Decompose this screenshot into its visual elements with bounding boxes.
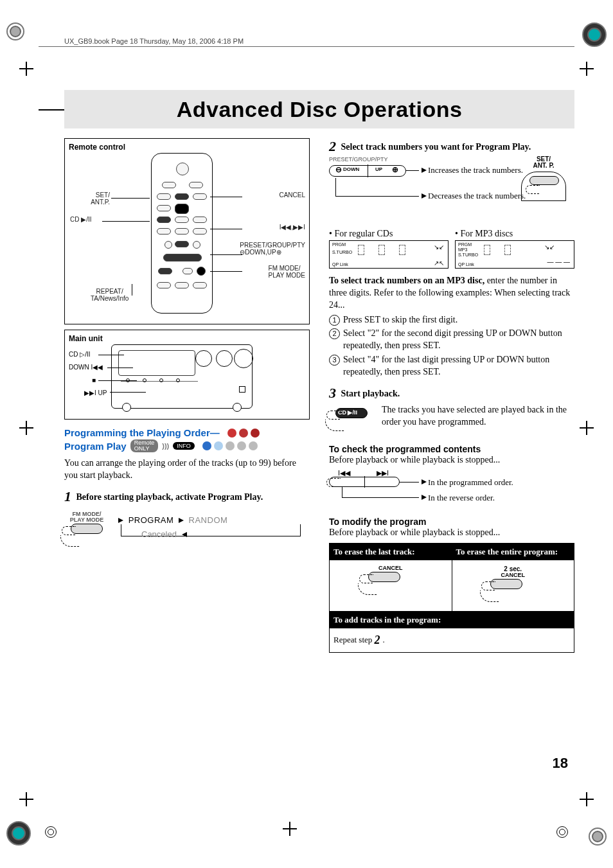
registration-mark bbox=[6, 22, 24, 40]
mp3-step-2: Select "2" for the second digit pressing… bbox=[329, 328, 574, 352]
step-3-text: The tracks you have selected are played … bbox=[382, 404, 574, 429]
step-3: 3 Start playback. CD ▶/II The tracks you… bbox=[329, 385, 574, 435]
dot-icon bbox=[202, 441, 211, 450]
th-erase-last: To erase the last track: bbox=[330, 543, 452, 560]
up-label: UP bbox=[375, 166, 382, 172]
repeat-step-num: 2 bbox=[375, 633, 380, 646]
label-mu-stop: ■ bbox=[92, 376, 96, 384]
source-path: UX_GB9.book Page 18 Thursday, May 18, 20… bbox=[64, 37, 244, 45]
main-unit-diagram: Main unit CD ▷/II bbox=[64, 330, 310, 420]
step-number-2: 2 bbox=[329, 138, 336, 154]
page-title: Advanced Disc Operations bbox=[177, 97, 463, 122]
label-repeat: REPEAT/ TA/News/Info bbox=[91, 288, 129, 302]
minus-icon: ⊖ bbox=[335, 165, 342, 174]
check-heading: To check the programmed contents bbox=[329, 444, 574, 454]
dot-icon bbox=[227, 429, 236, 438]
increase-text: Increases the track numbers. bbox=[428, 165, 523, 175]
step-number-1: 1 bbox=[64, 488, 71, 504]
dot-icon bbox=[251, 429, 260, 438]
arrow-right-icon bbox=[422, 193, 427, 199]
section-title-line2: Program Play bbox=[64, 441, 127, 452]
arrow-right-icon bbox=[118, 518, 123, 523]
down-label: DOWN bbox=[343, 166, 359, 172]
repeat-step-dot: . bbox=[383, 635, 385, 644]
check-intro: Before playback or while playback is sto… bbox=[329, 454, 574, 466]
page-title-band: Advanced Disc Operations bbox=[64, 90, 574, 128]
preset-caption: PRESET/GROUP/PTY bbox=[329, 156, 388, 163]
cell-add-tracks: Repeat step 2. bbox=[330, 628, 574, 653]
label-cancel: CANCEL bbox=[279, 191, 305, 199]
set-button-diagram: SET/ ANT. P. bbox=[513, 156, 574, 201]
crop-mark bbox=[580, 421, 594, 435]
crop-mark bbox=[19, 421, 33, 435]
registration-mark bbox=[6, 821, 31, 846]
lcd-regular-cd: PRGM S.TURBO QP Link ↘↙ ↗↖ bbox=[329, 240, 449, 269]
modify-table: To erase the last track: To erase the en… bbox=[329, 543, 574, 653]
arrow-right-icon bbox=[422, 168, 427, 173]
header-rule bbox=[39, 46, 574, 47]
section-intro: You can arrange the playing order of the… bbox=[64, 457, 310, 482]
main-unit-title: Main unit bbox=[69, 334, 305, 343]
step-1-text: Before starting playback, activate Progr… bbox=[76, 492, 263, 502]
flow-random: RANDOM bbox=[189, 515, 228, 525]
plus-icon: ⊕ bbox=[392, 165, 398, 174]
set-caption: SET/ ANT. P. bbox=[513, 156, 574, 169]
th-add-tracks: To add tracks in the program: bbox=[330, 611, 574, 628]
label-mu-up: ▶▶I UP bbox=[84, 389, 107, 396]
crop-mark bbox=[283, 822, 297, 836]
dot-icon bbox=[214, 441, 223, 450]
dot-icon bbox=[249, 441, 258, 450]
title-rule bbox=[39, 109, 64, 111]
label-preset: PRESET/GROUP/PTY ⊖DOWN,UP⊕ bbox=[240, 242, 305, 256]
label-set-antp: SET/ ANT.P. bbox=[69, 191, 110, 206]
updown-diagram: PRESET/GROUP/PTY ⊖ DOWN UP ⊕ Increases t… bbox=[329, 156, 574, 227]
right-column: 2 Select track numbers you want for Prog… bbox=[329, 138, 574, 765]
next-icon: ▶▶I bbox=[377, 469, 389, 477]
registration-mark bbox=[582, 22, 607, 47]
crop-mark bbox=[580, 792, 594, 806]
check-programmed: In the programmed order. bbox=[428, 477, 513, 488]
label-cd-play: CD ▶/II bbox=[70, 216, 92, 223]
page-number: 18 bbox=[553, 755, 568, 772]
lcd-mp3-disc: PRGM MP3 S.TURBO QP Link ↘↙ — — — bbox=[455, 240, 574, 269]
cd-play-label: CD ▶/II bbox=[338, 409, 357, 416]
crop-mark bbox=[19, 792, 33, 806]
step-2: 2 Select track numbers you want for Prog… bbox=[329, 138, 574, 378]
for-regular-cds: • For regular CDs bbox=[329, 228, 449, 240]
decrease-text: Decreases the track numbers. bbox=[428, 191, 526, 201]
badge-info: INFO bbox=[173, 442, 195, 450]
repeat-step-text: Repeat step bbox=[333, 635, 375, 644]
check-diagram: I◀◀ ▶▶I In the programmed order. In the … bbox=[329, 469, 574, 508]
label-mu-cd: CD ▷/II bbox=[69, 351, 91, 358]
label-fm-mode: FM MODE/ PLAY MODE bbox=[269, 265, 305, 279]
dot-icon bbox=[237, 441, 246, 450]
modify-heading: To modify the program bbox=[329, 517, 574, 527]
label-skip: I◀◀,▶▶I bbox=[280, 224, 305, 231]
crop-target bbox=[556, 826, 568, 838]
mp3-lead: To select track numbers on an MP3 disc, bbox=[329, 276, 484, 285]
step-1: 1 Before starting playback, activate Pro… bbox=[64, 488, 310, 551]
mp3-step-3: Select "4" for the last digit pressing U… bbox=[329, 354, 574, 378]
prev-icon: I◀◀ bbox=[338, 469, 350, 477]
left-column: Remote control bbox=[64, 138, 310, 765]
step-3-title: Start playback. bbox=[341, 389, 400, 398]
play-mode-button-diagram: FM MODE/ PLAY MODE bbox=[64, 511, 109, 551]
arrow-right-icon bbox=[179, 518, 184, 523]
crop-mark bbox=[580, 62, 594, 76]
crop-target bbox=[45, 826, 57, 838]
section-heading: Programming the Playing Order— Program P… bbox=[64, 427, 310, 452]
flow-program: PROGRAM bbox=[129, 515, 174, 525]
registration-mark bbox=[589, 828, 607, 846]
dot-icon bbox=[226, 441, 235, 450]
cancel-caption: CANCEL bbox=[484, 572, 542, 578]
step-2-text: Select track numbers you want for Progra… bbox=[341, 142, 531, 152]
arrow-right-icon bbox=[422, 479, 427, 484]
dot-icon bbox=[239, 429, 248, 438]
mp3-step-1: Press SET to skip the first digit. bbox=[329, 314, 574, 326]
arrow-right-icon bbox=[422, 495, 427, 500]
crop-mark bbox=[19, 62, 33, 76]
for-mp3-discs: • For MP3 discs bbox=[455, 228, 574, 240]
section-title-line1: Programming the Playing Order— bbox=[64, 427, 220, 438]
manual-page: UX_GB9.book Page 18 Thursday, May 18, 20… bbox=[0, 0, 613, 868]
badge-remote-only: Remote ONLY bbox=[130, 439, 159, 452]
